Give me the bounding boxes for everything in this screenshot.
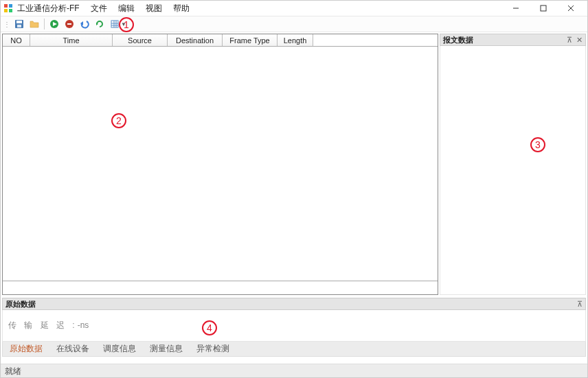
- toolbar-grip: ⋮: [3, 21, 10, 28]
- right-panel: 报文数据 ⊼ ✕: [440, 34, 586, 295]
- undo-icon[interactable]: [78, 17, 91, 31]
- close-button[interactable]: [557, 1, 585, 16]
- window-controls: [502, 1, 585, 16]
- main-area: NO Time Source Destination Frame Type Le…: [1, 32, 587, 295]
- svg-rect-10: [17, 25, 21, 27]
- col-source[interactable]: Source: [113, 34, 168, 46]
- menu-help[interactable]: 帮助: [168, 1, 195, 16]
- play-icon[interactable]: [47, 17, 61, 31]
- annotation-3: 3: [530, 137, 545, 152]
- tab-schedule-info[interactable]: 调度信息: [96, 341, 143, 357]
- annotation-1: 1: [119, 17, 134, 32]
- app-icon: [3, 3, 13, 13]
- minimize-button[interactable]: [502, 1, 530, 16]
- status-bar: 就绪: [1, 364, 587, 377]
- svg-rect-9: [16, 21, 22, 23]
- annotation-2: 2: [111, 113, 126, 128]
- grid-header: NO Time Source Destination Frame Type Le…: [3, 34, 438, 47]
- right-panel-title: 报文数据: [443, 35, 473, 45]
- tab-measure-info[interactable]: 测量信息: [143, 341, 190, 357]
- menu-view[interactable]: 视图: [140, 1, 168, 16]
- menu-bar: 文件 编辑 视图 帮助: [85, 1, 195, 16]
- col-destination[interactable]: Destination: [168, 34, 223, 46]
- svg-rect-3: [9, 9, 12, 12]
- titlebar: 工业通信分析-FF 文件 编辑 视图 帮助: [1, 1, 587, 16]
- app-title: 工业通信分析-FF: [17, 3, 80, 14]
- menu-edit[interactable]: 编辑: [113, 1, 140, 16]
- right-panel-body[interactable]: [440, 46, 586, 295]
- tab-anomaly-detect[interactable]: 异常检测: [190, 341, 236, 357]
- col-time[interactable]: Time: [30, 34, 113, 46]
- grid-body[interactable]: [3, 47, 438, 281]
- bottom-tabs: 原始数据 在线设备 调度信息 测量信息 异常检测: [2, 342, 586, 357]
- packet-grid: NO Time Source Destination Frame Type Le…: [2, 34, 438, 295]
- svg-rect-0: [4, 4, 8, 8]
- col-frametype[interactable]: Frame Type: [223, 34, 278, 46]
- grid-footer: [3, 281, 438, 294]
- delay-value: -ns: [78, 320, 89, 330]
- stop-icon[interactable]: [63, 17, 76, 31]
- svg-rect-2: [4, 9, 8, 12]
- bottom-panel-title: 原始数据: [5, 299, 36, 309]
- col-length[interactable]: Length: [278, 34, 313, 46]
- maximize-button[interactable]: [530, 1, 557, 16]
- right-panel-header: 报文数据 ⊼ ✕: [440, 34, 586, 46]
- annotation-4: 4: [202, 320, 217, 335]
- open-icon[interactable]: [27, 17, 41, 31]
- toolbar: ⋮ ▼: [1, 16, 587, 32]
- refresh-icon[interactable]: [93, 17, 106, 31]
- menu-file[interactable]: 文件: [85, 1, 113, 16]
- delay-label: 传 输 延 迟 :: [8, 320, 78, 330]
- svg-rect-17: [111, 21, 118, 27]
- svg-rect-5: [541, 5, 546, 11]
- close-icon[interactable]: ✕: [576, 36, 583, 45]
- bottom-panel: 原始数据 ⊼ 传 输 延 迟 :-ns 原始数据 在线设备 调度信息 测量信息 …: [2, 298, 586, 357]
- tab-online-devices[interactable]: 在线设备: [49, 341, 96, 357]
- svg-rect-14: [67, 23, 71, 25]
- save-icon[interactable]: [12, 17, 26, 31]
- svg-rect-1: [9, 4, 12, 8]
- status-text: 就绪: [5, 366, 21, 376]
- toolbar-separator: [44, 19, 45, 29]
- bottom-panel-header: 原始数据 ⊼: [2, 298, 586, 310]
- pin-icon[interactable]: ⊼: [577, 300, 583, 309]
- pin-icon[interactable]: ⊼: [567, 36, 572, 45]
- tab-rawdata[interactable]: 原始数据: [3, 341, 49, 357]
- col-no[interactable]: NO: [3, 34, 30, 46]
- bottom-panel-body: 传 输 延 迟 :-ns: [2, 310, 586, 342]
